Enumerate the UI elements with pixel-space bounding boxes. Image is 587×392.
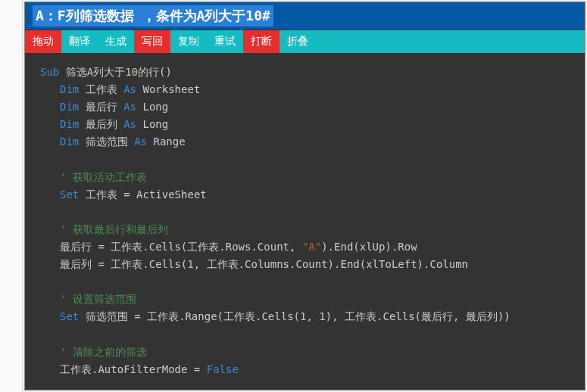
toolbar: 拖动 翻译 生成 写回 复制 重试 打断 折叠 [25,30,585,53]
code-line: 最后行 = 工作表.Cells(工作表.Rows.Count, "A").End… [40,238,570,256]
blank-line [40,325,570,343]
code-area[interactable]: Sub 筛选A列大于10的行() Dim 工作表 As Worksheet Di… [25,53,585,390]
copy-button[interactable]: 复制 [170,30,207,53]
code-line: ' 获取活动工作表 [40,169,570,186]
blank-line [40,151,570,168]
translate-button[interactable]: 翻译 [61,30,98,53]
retry-button[interactable]: 重试 [207,30,243,53]
code-line: ' 设置筛选范围 [40,291,570,308]
interrupt-button[interactable]: 打断 [243,30,279,53]
generate-button[interactable]: 生成 [98,30,134,53]
code-line: Dim 工作表 As Worksheet [40,81,570,98]
blank-line [40,378,570,390]
code-line: ' 获取最后行和最后列 [40,221,570,238]
blank-line [40,204,570,221]
code-line: 工作表.AutoFilterMode = False [40,361,570,378]
left-gutter [0,0,23,392]
title-bar: A：F列筛选数据 ，条件为A列大于10# [25,2,585,30]
code-line: Dim 最后行 As Long [40,98,570,116]
main-panel: A：F列筛选数据 ，条件为A列大于10# 拖动 翻译 生成 写回 复制 重试 打… [24,2,585,390]
code-line: Dim 最后列 As Long [40,116,570,133]
collapse-button[interactable]: 折叠 [279,30,316,53]
blank-line [40,273,570,291]
code-line: Dim 筛选范围 As Range [40,133,570,151]
drag-button[interactable]: 拖动 [25,30,61,53]
code-line: Set 筛选范围 = 工作表.Range(工作表.Cells(1, 1), 工作… [40,308,570,325]
code-line: 最后列 = 工作表.Cells(1, 工作表.Columns.Count).En… [40,256,570,273]
title-text: A：F列筛选数据 ，条件为A列大于10# [33,5,273,26]
code-line: Set 工作表 = ActiveSheet [40,186,570,204]
code-line: ' 清除之前的筛选 [40,344,570,361]
writeback-button[interactable]: 写回 [134,30,170,53]
code-line: Sub 筛选A列大于10的行() [40,64,570,81]
